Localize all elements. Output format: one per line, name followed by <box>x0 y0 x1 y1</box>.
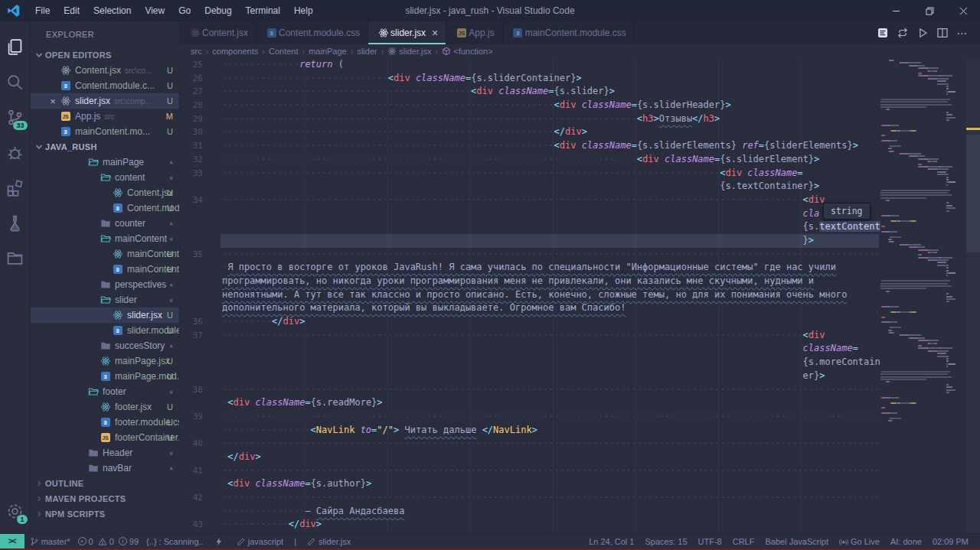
scrollbar-thumb[interactable] <box>966 135 980 252</box>
breadcrumb-item-mainpage[interactable]: mainPage <box>309 47 347 56</box>
tree-item-content-modu[interactable]: 3Content.modu...U <box>31 200 179 216</box>
tab-app-js[interactable]: JSApp.js <box>446 21 502 44</box>
activity-settings[interactable]: 1 <box>0 493 31 529</box>
code-text[interactable]: ········································… <box>220 125 879 139</box>
more-actions-icon[interactable]: ⋯ <box>952 23 972 43</box>
line-number[interactable]: 39 <box>180 410 203 424</box>
code-text[interactable]: er}> <box>220 369 879 383</box>
code-text[interactable]: ·<div className={s.author}> <box>220 477 879 491</box>
menu-debug[interactable]: Debug <box>198 0 238 21</box>
code-text[interactable]: программировать, но никогда уроки програ… <box>220 275 879 288</box>
line-number[interactable]: 34 <box>180 194 203 207</box>
section-npm-scripts[interactable]: NPM SCRIPTS <box>31 506 179 522</box>
code-line[interactable]: ···············— Сайра Андасбаева <box>180 505 980 519</box>
code-line[interactable]: ·</div> <box>180 451 980 464</box>
status-language-mode[interactable]: Babel JavaScript <box>760 534 834 549</box>
code-line[interactable]: 41······································… <box>180 464 980 478</box>
status-clock[interactable]: 02:09 PM <box>927 534 974 549</box>
code-line[interactable]: 35······································… <box>180 248 980 262</box>
code-text[interactable]: ········································… <box>220 153 879 167</box>
status-errors[interactable]: ×0 <box>76 534 96 549</box>
menu-terminal[interactable]: Terminal <box>239 0 287 21</box>
code-line[interactable]: er}> <box>180 369 980 383</box>
line-number[interactable]: 29 <box>180 112 203 126</box>
code-text[interactable]: ··············return ( <box>220 58 879 72</box>
code-line[interactable]: 37······································… <box>180 329 980 343</box>
code-text[interactable]: ········································… <box>220 410 879 424</box>
open-changes-icon[interactable] <box>893 23 913 43</box>
code-line[interactable]: 40······································… <box>180 437 980 451</box>
code-line[interactable]: 28······································… <box>180 99 980 112</box>
tree-item-successtory[interactable]: succesStory● <box>31 338 179 353</box>
code-text[interactable]: ········································… <box>220 437 879 451</box>
tree-item-maincontent[interactable]: mainContent● <box>31 231 179 246</box>
code-text[interactable]: ········································… <box>220 194 879 207</box>
status-eol[interactable]: CRLF <box>727 534 760 549</box>
line-number[interactable]: 37 <box>180 329 203 343</box>
status-git-branch[interactable]: master* <box>24 534 76 549</box>
code-line[interactable]: 38······································… <box>180 383 980 397</box>
code-line[interactable]: 27······································… <box>180 85 980 99</box>
code-text[interactable]: ········································… <box>220 85 879 99</box>
code-line[interactable]: {s.moreContain <box>180 356 980 369</box>
code-text[interactable]: cla <box>220 207 879 221</box>
code-line[interactable]: 32······································… <box>180 153 980 167</box>
code-line[interactable]: 31······································… <box>180 139 980 153</box>
menu-edit[interactable]: Edit <box>57 0 87 21</box>
tab-maincontent-module-css[interactable]: 3mainContent.module.css <box>503 21 635 44</box>
tree-item-footer-module-css[interactable]: 3footer.module.cssU <box>31 415 179 430</box>
status-go-live[interactable]: Go Live <box>834 534 885 549</box>
breadcrumb-item-components[interactable]: components <box>212 47 258 56</box>
code-line[interactable]: 36·········</div> <box>180 315 980 329</box>
status-infos[interactable]: i99 <box>116 534 141 549</box>
code-line[interactable]: ·<div className={s.author}> <box>180 477 980 491</box>
line-number[interactable]: 31 <box>180 139 203 153</box>
menu-selection[interactable]: Selection <box>87 0 138 21</box>
code-line[interactable]: {s.textContainer}> <box>180 180 980 194</box>
minimize-icon[interactable] <box>879 0 913 21</box>
code-text[interactable]: ········································… <box>220 167 879 181</box>
open-editor-content-jsx[interactable]: Content.jsxsrc\co...U <box>31 63 179 78</box>
breadcrumb-item-slider-jsx[interactable]: slider.jsx <box>387 47 431 56</box>
scrollbar[interactable] <box>966 58 980 533</box>
code-line[interactable]: 29······································… <box>180 112 980 126</box>
breadcrumb-item-src[interactable]: src <box>191 47 202 56</box>
split-editor-icon[interactable] <box>933 23 952 43</box>
code-text[interactable]: {s.moreContain <box>220 356 879 369</box>
open-editor-maincontent-mo[interactable]: 3mainContent.mo...U <box>31 124 179 139</box>
code-text[interactable]: ········································… <box>220 491 879 505</box>
line-number[interactable]: 42 <box>180 491 203 505</box>
activity-test-explorer[interactable] <box>0 205 31 240</box>
activity-explorer[interactable] <box>0 29 31 64</box>
tree-item-slider-module[interactable]: 3slider.module....U <box>31 323 179 338</box>
code-text[interactable]: ·Я просто в восторге от уроков JavaRush!… <box>220 261 879 275</box>
breadcrumb-item-function[interactable]: <function> <box>442 47 492 56</box>
minimap[interactable] <box>880 60 966 533</box>
status-highlight-file[interactable]: slider.jsx <box>302 534 356 549</box>
breadcrumb-item-content[interactable]: Content <box>269 47 299 56</box>
section-maven-projects[interactable]: MAVEN PROJECTS <box>31 491 179 506</box>
activity-search[interactable] <box>0 64 31 99</box>
status-quick-action[interactable] <box>209 534 231 549</box>
code-line[interactable]: 43············</div> <box>180 518 980 532</box>
remote-indicator[interactable]: >< <box>0 534 24 549</box>
status-cursor-position[interactable]: Ln 24, Col 1 <box>583 534 639 549</box>
tree-item-slider-jsx[interactable]: slider.jsxU <box>31 308 179 323</box>
line-number[interactable]: 35 <box>180 248 203 262</box>
tab-slider-jsx[interactable]: slider.jsx× <box>368 21 446 44</box>
code-text[interactable]: ·<div className={s.readMore}> <box>220 396 879 410</box>
tree-item-footercontainer-js[interactable]: JSfooterContainer.jsU <box>31 430 179 445</box>
tab-content-jsx[interactable]: Content.jsx <box>180 21 256 44</box>
status-ai-status[interactable]: AI: done <box>885 534 927 549</box>
open-editor-content-module-c[interactable]: 3Content.module.c...U <box>31 78 179 93</box>
code-text[interactable]: ···············— Сайра Андасбаева <box>220 505 879 519</box>
code-line[interactable]: дополнительного материала, который вы вы… <box>180 301 980 315</box>
code-text[interactable]: ················<NavLink to="/"> Читать … <box>220 424 879 438</box>
status-indentation[interactable]: Spaces: 15 <box>640 534 693 549</box>
code-text[interactable]: ········································… <box>220 139 879 153</box>
code-line[interactable]: программировать, но никогда уроки програ… <box>180 275 980 288</box>
code-text[interactable]: дополнительного материала, который вы вы… <box>220 301 879 315</box>
tree-item-mainpage-mod[interactable]: 3mainPage.mod...U <box>31 369 179 384</box>
line-number[interactable]: 30 <box>180 125 203 139</box>
format-document-icon[interactable] <box>873 23 893 43</box>
